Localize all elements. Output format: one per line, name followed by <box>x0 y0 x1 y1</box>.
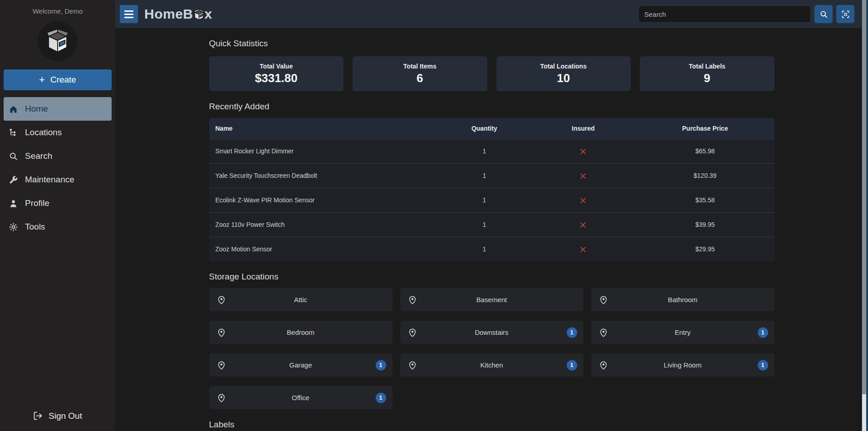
location-name: Attic <box>294 296 307 304</box>
location-count-badge: 1 <box>758 327 768 338</box>
app-logo <box>38 21 78 61</box>
vertical-scrollbar[interactable] <box>862 0 868 431</box>
locations-grid: Attic Basement Bathroom Bedroom Downstai… <box>209 288 775 409</box>
location-count-badge: 1 <box>567 327 577 338</box>
sign-out-label: Sign Out <box>49 411 82 421</box>
table-row[interactable]: Smart Rocker Light Dimmer 1 $65.98 <box>209 139 775 163</box>
location-card[interactable]: Bedroom <box>209 321 392 344</box>
item-quantity: 1 <box>438 237 530 261</box>
map-pin-icon <box>216 295 226 305</box>
stat-card-total-value: Total Value $331.80 <box>209 56 344 91</box>
location-name: Kitchen <box>480 361 503 369</box>
search-submit-button[interactable] <box>814 5 833 23</box>
location-card[interactable]: Bathroom <box>591 288 775 311</box>
sidebar-item-label: Home <box>25 104 48 114</box>
x-icon <box>579 221 587 229</box>
storage-locations-heading: Storage Locations <box>209 272 775 282</box>
menu-button[interactable] <box>120 5 138 23</box>
location-card[interactable]: Entry 1 <box>591 321 775 344</box>
box-logo-icon <box>193 9 205 21</box>
location-card[interactable]: Downstairs 1 <box>400 321 584 344</box>
search-icon <box>8 151 18 161</box>
location-card[interactable]: Kitchen 1 <box>400 353 584 377</box>
gear-icon <box>8 222 18 232</box>
scrollbar-thumb[interactable] <box>862 0 866 394</box>
map-pin-icon <box>407 360 417 370</box>
stats-row: Total Value $331.80 Total Items 6 Total … <box>209 56 775 91</box>
stat-label: Total Locations <box>540 63 587 70</box>
home-icon <box>8 104 18 114</box>
location-name: Living Room <box>664 361 701 369</box>
qr-scan-icon <box>841 10 850 19</box>
location-card[interactable]: Office 1 <box>209 386 392 409</box>
table-row[interactable]: Yale Security Touchscreen Deadbolt 1 $12… <box>209 163 775 188</box>
qr-scan-button[interactable] <box>836 5 854 23</box>
item-price: $29.95 <box>636 237 774 261</box>
sidebar-item-profile[interactable]: Profile <box>4 191 112 215</box>
sidebar: Welcome, Demo + Create Home <box>0 0 115 431</box>
create-button[interactable]: + Create <box>4 69 112 90</box>
map-pin-icon <box>216 328 226 338</box>
box-logo-icon <box>44 28 71 54</box>
sidebar-nav: Home Locations Search <box>0 97 115 239</box>
person-icon <box>8 198 18 208</box>
quick-statistics-heading: Quick Statistics <box>209 39 775 49</box>
item-price: $65.98 <box>636 139 774 163</box>
sidebar-item-home[interactable]: Home <box>4 97 112 121</box>
item-price: $35.58 <box>636 188 774 212</box>
location-name: Garage <box>289 361 312 369</box>
header-search-group <box>638 5 854 23</box>
item-price: $120.39 <box>636 163 774 188</box>
recently-added-heading: Recently Added <box>209 102 775 112</box>
stat-label: Total Labels <box>689 63 726 70</box>
main-area: HomeB x <box>115 0 868 431</box>
stat-card-total-items: Total Items 6 <box>353 56 487 91</box>
location-name: Basement <box>476 296 507 304</box>
item-quantity: 1 <box>438 212 530 237</box>
logout-icon <box>33 411 43 421</box>
page-content: Quick Statistics Total Value $331.80 Tot… <box>115 28 868 431</box>
sidebar-item-label: Maintenance <box>25 175 74 185</box>
search-input[interactable] <box>638 5 811 23</box>
wrench-icon <box>8 175 18 185</box>
sidebar-item-locations[interactable]: Locations <box>4 121 112 144</box>
recently-added-table: Name Quantity Insured Purchase Price Sma… <box>209 118 775 261</box>
column-header-insured: Insured <box>530 118 636 139</box>
sidebar-item-tools[interactable]: Tools <box>4 215 112 239</box>
stat-value: 6 <box>417 71 423 85</box>
location-card[interactable]: Garage 1 <box>209 353 392 377</box>
map-pin-icon <box>598 360 608 370</box>
sidebar-item-label: Locations <box>25 127 62 137</box>
not-insured-cell <box>530 237 636 261</box>
location-count-badge: 1 <box>376 392 386 403</box>
sidebar-item-search[interactable]: Search <box>4 144 112 168</box>
x-icon <box>579 172 587 180</box>
location-card[interactable]: Basement <box>400 288 584 311</box>
item-name: Zooz Motion Sensor <box>209 237 438 261</box>
menu-icon <box>124 10 133 12</box>
table-row[interactable]: Zooz 110v Power Switch 1 $39.95 <box>209 212 775 237</box>
sidebar-item-label: Profile <box>25 198 49 208</box>
plus-icon: + <box>39 75 45 85</box>
x-icon <box>579 197 587 204</box>
stat-value: 10 <box>557 71 570 85</box>
column-header-purchase-price: Purchase Price <box>636 118 774 139</box>
location-count-badge: 1 <box>376 360 386 370</box>
sign-out-button[interactable]: Sign Out <box>0 407 115 425</box>
top-header: HomeB x <box>115 0 868 28</box>
table-row[interactable]: Ecolink Z-Wave PIR Motion Sensor 1 $35.5… <box>209 188 775 212</box>
location-name: Office <box>292 394 309 402</box>
stat-label: Total Items <box>403 63 436 70</box>
item-quantity: 1 <box>438 188 530 212</box>
location-card[interactable]: Living Room 1 <box>591 353 775 377</box>
location-card[interactable]: Attic <box>209 288 392 311</box>
map-pin-icon <box>407 295 417 305</box>
map-pin-icon <box>216 393 226 403</box>
table-row[interactable]: Zooz Motion Sensor 1 $29.95 <box>209 237 775 261</box>
not-insured-cell <box>530 163 636 188</box>
sidebar-item-maintenance[interactable]: Maintenance <box>4 168 112 191</box>
stat-card-total-labels: Total Labels 9 <box>640 56 775 91</box>
location-name: Downstairs <box>475 328 508 336</box>
x-icon <box>579 148 587 155</box>
stat-value: 9 <box>704 71 710 85</box>
